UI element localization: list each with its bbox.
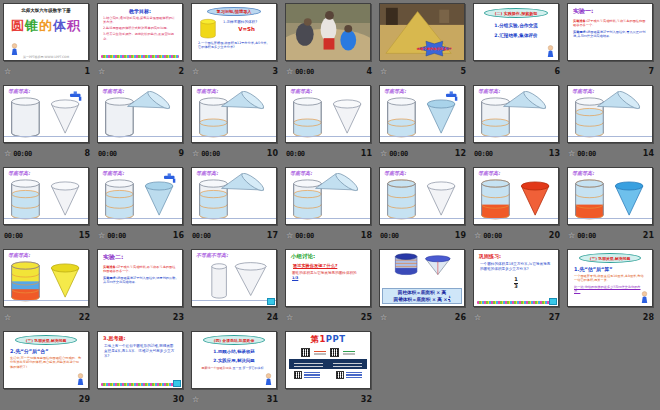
slide-thumbnail-3[interactable]: 复习旧知,情境导入 1.怎样求圆柱的体积? V=Sh 2.一个圆柱形粮囤,底面积…	[189, 1, 283, 83]
slide-meta-row: ☆5	[380, 63, 466, 80]
cylinder-graphic	[576, 98, 604, 137]
slide-thumbnail-32[interactable]: 第1PPT 32	[283, 329, 377, 410]
exercise-paragraph: 生活中,有一些物体是由圆柱和圆锥组合而成的。先分别算出每部分的体积,再合起来,就…	[10, 356, 82, 369]
slide-meta-row: ☆27	[474, 309, 560, 326]
slide-meta-row: ☆2	[98, 63, 184, 80]
slide-meta-row: ☆00:0012	[380, 145, 466, 162]
animation-star-icon: ☆	[192, 395, 199, 404]
slide-meta-row: ☆00:0018	[286, 227, 372, 244]
slide-canvas: 等底等高:	[191, 85, 277, 143]
cylinder-cone-diagram	[100, 91, 181, 138]
slide-thumbnail-29[interactable]: (三) 巩固反馈,解决问题 2.先“分”后“合” 生活中,有一些物体是由圆柱和圆…	[1, 329, 95, 410]
animation-star-icon: ☆	[192, 67, 199, 76]
baseline	[4, 300, 88, 301]
review-question-1: 1.怎样求圆柱的体积?	[223, 20, 270, 24]
slide-thumbnail-14[interactable]: 等底等高: ☆00:0014	[565, 83, 659, 165]
slide-canvas	[285, 3, 371, 61]
slide-thumbnail-16[interactable]: 等底等高: ☆00:0016	[95, 165, 189, 247]
slide-number: 19	[455, 231, 466, 240]
cylinder-graphic	[576, 180, 604, 219]
slide-thumbnail-23[interactable]: 实验二: 实验准备:沙子或水等实验材料,不等底不等高的圆柱和圆锥容器各一个。 实…	[95, 247, 189, 329]
slide-canvas: (二) 实践操作,探索新知 1.分组实验,合作交流2.汇报结果,集体评价	[473, 3, 559, 61]
cylinder-cone-diagram	[476, 91, 557, 138]
slide-thumbnail-20[interactable]: 等底等高: ☆00:0020	[471, 165, 565, 247]
slide-thumbnail-5[interactable]: 这堆小麦的体积是多少?☆5	[377, 1, 471, 83]
slide-number: 6	[554, 67, 560, 76]
baseline	[286, 218, 370, 219]
cylinder-cone-diagram	[382, 91, 463, 138]
experiment-heading: 实验一:	[573, 7, 652, 16]
slide-thumbnail-17[interactable]: 等底等高: 00:0017	[189, 165, 283, 247]
animation-star-icon: ☆	[4, 67, 11, 76]
qr-code	[336, 371, 344, 379]
slide-thumbnail-28[interactable]: (三) 巩固反馈,解决问题 1.先“估”后“算” 一个圆锥形零件,底面直径是10…	[565, 247, 659, 329]
slide-thumbnail-30[interactable]: 3.思考题: 工地上有一个近似于圆锥形的沙堆,测得底面直径是4米,高1.5米。这…	[95, 329, 189, 410]
slide-canvas: 复习旧知,情境导入 1.怎样求圆柱的体积? V=Sh 2.一个圆柱形粮囤,底面积…	[191, 3, 277, 61]
slide-canvas: 等底等高:	[3, 167, 89, 225]
exercise-paragraph: 比一比:你估的和算的差多少?与同伴交流你的方法。	[574, 285, 646, 294]
exercise-subtitle: 1.先“估”后“算”	[574, 266, 652, 272]
slide-thumbnail-24[interactable]: 不等底不等高: 24	[189, 247, 283, 329]
transition-time: 00:00	[13, 150, 32, 158]
section-banner: (四) 全课总结,拓展延伸	[203, 335, 265, 345]
cone-graphic	[333, 100, 361, 133]
cylinder-graphic	[200, 180, 228, 219]
slide-thumbnail-11[interactable]: 等底等高: 00:0011	[283, 83, 377, 165]
cartoon-kid-icon	[640, 291, 649, 304]
slide-thumbnail-22[interactable]: 等底等高: ☆22	[1, 247, 95, 329]
animation-star-icon: ☆	[286, 231, 293, 240]
cone-graphic-tilted	[222, 91, 266, 111]
cylinder-cone-diagram	[6, 173, 87, 220]
slide-thumbnail-15[interactable]: 等底等高: 00:0015	[1, 165, 95, 247]
slide-thumbnail-2[interactable]: 教学目标: 1.结合实际,通过动手实验,探索并掌握圆锥体积的计算方法。2.能运用…	[95, 1, 189, 83]
slide-thumbnail-25[interactable]: 小组讨论: 通过实验你发现了什么? 圆锥的体积是与它等底等高的圆柱体积的1/3。…	[283, 247, 377, 329]
slide-thumbnail-26[interactable]: 圆柱体积＝底面积 × 高 圆锥体积＝底面积 × 高 ×13☆26	[377, 247, 471, 329]
cone-graphic	[615, 182, 643, 215]
transition-time: 00:00	[201, 150, 220, 158]
cone-graphic	[427, 100, 455, 133]
slide-thumbnail-6[interactable]: (二) 实践操作,探索新知 1.分组实验,合作交流2.汇报结果,集体评价6	[471, 1, 565, 83]
slide-thumbnail-10[interactable]: 等底等高: ☆00:0010	[189, 83, 283, 165]
slide-thumbnail-8[interactable]: 等底等高: ☆00:008	[1, 83, 95, 165]
baseline	[286, 136, 370, 137]
slide-thumbnail-19[interactable]: 等底等高: 00:0019	[377, 165, 471, 247]
cone-volume-formula: 圆锥体积＝底面积 × 高 ×13	[383, 295, 461, 303]
cylinder-cone-diagram	[6, 255, 87, 302]
slide-thumbnail-1[interactable]: 北师大版六年级数学下册 圆锥的体积 第一PPT模板网:WWW.1PPT.COM☆…	[1, 1, 95, 83]
slide-number: 4	[366, 67, 372, 76]
slide-thumbnail-4[interactable]: ☆00:004	[283, 1, 377, 83]
cylinder-cone-diagram	[382, 173, 463, 220]
cylinder-graphic	[482, 180, 510, 219]
slide-thumbnail-21[interactable]: 等底等高: ☆00:0021	[565, 165, 659, 247]
cone-graphic	[521, 182, 549, 215]
promo-banner	[289, 359, 367, 369]
slide-thumbnail-27[interactable]: 巩固练习: 一个圆柱的体积是18立方分米,与它等底等高的圆锥的体积是多少立方分米…	[471, 247, 565, 329]
slide-canvas: 实验一: 实验准备:沙子或水等实验材料,等底等高的圆柱和圆锥容器各一个。 实验要…	[567, 3, 653, 61]
slide-canvas: 等底等高:	[473, 167, 559, 225]
slide-number: 2	[178, 67, 184, 76]
baseline	[192, 136, 276, 137]
animation-star-icon: ☆	[474, 313, 481, 322]
slide-thumbnail-13[interactable]: 等底等高: 00:0013	[471, 83, 565, 165]
slide-thumbnail-7[interactable]: 实验一: 实验准备:沙子或水等实验材料,等底等高的圆柱和圆锥容器各一个。 实验要…	[565, 1, 659, 83]
cylinder-cone-diagram	[288, 91, 369, 138]
slide-thumbnail-31[interactable]: (四) 全课总结,拓展延伸 1.回顾小结,畅谈收获2.实践应用,解决问题 回家找…	[189, 329, 283, 410]
slide-thumbnail-18[interactable]: 等底等高: ☆00:0018	[283, 165, 377, 247]
transition-time: 00:00	[389, 150, 408, 158]
animation-star-icon: ☆	[286, 67, 293, 76]
animation-star-icon: ☆	[568, 231, 575, 240]
footer-credit: 第一PPT模板网:WWW.1PPT.COM	[4, 55, 88, 59]
animation-star-icon: ☆	[380, 67, 387, 76]
transition-time: 00:00	[380, 232, 399, 240]
qr-caption	[343, 351, 355, 355]
slide-thumbnail-12[interactable]: 等底等高: ☆00:0012	[377, 83, 471, 165]
objectives-heading: 教学目标:	[98, 8, 182, 14]
slide-canvas: (四) 全课总结,拓展延伸 1.回顾小结,畅谈收获2.实践应用,解决问题 回家找…	[191, 331, 277, 389]
slide-canvas: 等底等高:	[3, 85, 89, 143]
slide-meta-row: 7	[568, 63, 654, 80]
slide-thumbnail-9[interactable]: 等底等高: 00:009	[95, 83, 189, 165]
slide-number: 12	[455, 149, 466, 158]
slide-number: 21	[643, 231, 654, 240]
slide-canvas: 等底等高:	[97, 167, 183, 225]
slide-canvas: 不等底不等高:	[191, 249, 277, 307]
